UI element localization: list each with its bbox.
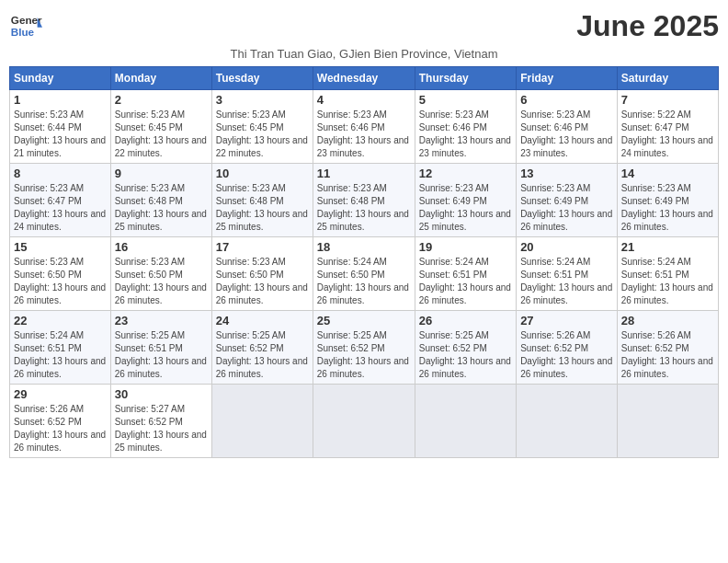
day-detail: Sunrise: 5:24 AMSunset: 6:51 PMDaylight:…	[520, 256, 613, 307]
calendar-cell: 21Sunrise: 5:24 AMSunset: 6:51 PMDayligh…	[617, 237, 718, 311]
calendar-cell: 28Sunrise: 5:26 AMSunset: 6:52 PMDayligh…	[617, 311, 718, 385]
day-detail: Sunrise: 5:23 AMSunset: 6:46 PMDaylight:…	[317, 109, 411, 160]
day-number: 24	[216, 314, 309, 327]
day-detail: Sunrise: 5:27 AMSunset: 6:52 PMDaylight:…	[115, 403, 208, 454]
day-number: 1	[14, 93, 107, 107]
calendar-cell: 23Sunrise: 5:25 AMSunset: 6:51 PMDayligh…	[110, 311, 211, 385]
day-detail: Sunrise: 5:24 AMSunset: 6:51 PMDaylight:…	[621, 256, 714, 307]
calendar-cell: 10Sunrise: 5:23 AMSunset: 6:48 PMDayligh…	[211, 164, 313, 237]
week-row-3: 15Sunrise: 5:23 AMSunset: 6:50 PMDayligh…	[10, 237, 719, 311]
calendar-cell: 18Sunrise: 5:24 AMSunset: 6:50 PMDayligh…	[313, 237, 415, 311]
day-detail: Sunrise: 5:23 AMSunset: 6:48 PMDaylight:…	[317, 182, 411, 234]
day-detail: Sunrise: 5:25 AMSunset: 6:52 PMDaylight:…	[317, 329, 411, 381]
calendar-cell: 9Sunrise: 5:23 AMSunset: 6:48 PMDaylight…	[110, 164, 211, 237]
col-header-sunday: Sunday	[10, 67, 111, 90]
col-header-monday: Monday	[110, 67, 211, 90]
day-number: 18	[317, 240, 411, 254]
col-header-friday: Friday	[517, 67, 618, 90]
day-detail: Sunrise: 5:23 AMSunset: 6:45 PMDaylight:…	[115, 109, 208, 160]
day-detail: Sunrise: 5:23 AMSunset: 6:45 PMDaylight:…	[216, 109, 309, 160]
calendar-cell: 29Sunrise: 5:26 AMSunset: 6:52 PMDayligh…	[10, 385, 111, 458]
day-number: 9	[115, 167, 208, 180]
calendar-cell: 20Sunrise: 5:24 AMSunset: 6:51 PMDayligh…	[517, 237, 618, 311]
calendar-cell: 3Sunrise: 5:23 AMSunset: 6:45 PMDaylight…	[211, 90, 313, 164]
week-row-1: 1Sunrise: 5:23 AMSunset: 6:44 PMDaylight…	[10, 90, 719, 164]
calendar-cell	[617, 385, 718, 458]
day-detail: Sunrise: 5:23 AMSunset: 6:46 PMDaylight:…	[520, 109, 613, 160]
week-row-5: 29Sunrise: 5:26 AMSunset: 6:52 PMDayligh…	[10, 385, 719, 458]
day-detail: Sunrise: 5:23 AMSunset: 6:48 PMDaylight:…	[115, 182, 208, 234]
day-number: 11	[317, 167, 411, 180]
day-detail: Sunrise: 5:23 AMSunset: 6:49 PMDaylight:…	[621, 182, 714, 234]
week-row-2: 8Sunrise: 5:23 AMSunset: 6:47 PMDaylight…	[10, 164, 719, 237]
day-detail: Sunrise: 5:23 AMSunset: 6:50 PMDaylight:…	[115, 256, 208, 307]
logo: General Blue	[9, 9, 46, 42]
calendar-cell	[415, 385, 516, 458]
day-detail: Sunrise: 5:25 AMSunset: 6:51 PMDaylight:…	[115, 329, 208, 381]
svg-text:Blue: Blue	[11, 26, 35, 38]
calendar-cell: 19Sunrise: 5:24 AMSunset: 6:51 PMDayligh…	[415, 237, 516, 311]
calendar-cell: 30Sunrise: 5:27 AMSunset: 6:52 PMDayligh…	[110, 385, 211, 458]
day-detail: Sunrise: 5:23 AMSunset: 6:49 PMDaylight:…	[520, 182, 613, 234]
calendar-cell: 12Sunrise: 5:23 AMSunset: 6:49 PMDayligh…	[415, 164, 516, 237]
day-number: 20	[520, 240, 613, 254]
day-number: 7	[621, 93, 714, 107]
day-number: 4	[317, 93, 411, 107]
calendar-cell: 2Sunrise: 5:23 AMSunset: 6:45 PMDaylight…	[110, 90, 211, 164]
day-number: 8	[14, 167, 107, 180]
calendar-cell	[313, 385, 415, 458]
calendar-cell: 8Sunrise: 5:23 AMSunset: 6:47 PMDaylight…	[10, 164, 111, 237]
calendar-cell: 13Sunrise: 5:23 AMSunset: 6:49 PMDayligh…	[517, 164, 618, 237]
calendar-cell: 27Sunrise: 5:26 AMSunset: 6:52 PMDayligh…	[517, 311, 618, 385]
calendar-cell: 17Sunrise: 5:23 AMSunset: 6:50 PMDayligh…	[211, 237, 313, 311]
day-number: 26	[419, 314, 512, 327]
day-detail: Sunrise: 5:25 AMSunset: 6:52 PMDaylight:…	[419, 329, 512, 381]
day-number: 16	[115, 240, 208, 254]
col-header-wednesday: Wednesday	[313, 67, 415, 90]
day-number: 5	[419, 93, 512, 107]
col-header-tuesday: Tuesday	[211, 67, 313, 90]
calendar-cell: 24Sunrise: 5:25 AMSunset: 6:52 PMDayligh…	[211, 311, 313, 385]
week-row-4: 22Sunrise: 5:24 AMSunset: 6:51 PMDayligh…	[10, 311, 719, 385]
logo-icon: General Blue	[9, 9, 42, 42]
day-number: 10	[216, 167, 309, 180]
day-number: 22	[14, 314, 107, 327]
day-number: 6	[520, 93, 613, 107]
calendar-cell	[211, 385, 313, 458]
day-detail: Sunrise: 5:23 AMSunset: 6:46 PMDaylight:…	[419, 109, 512, 160]
day-number: 23	[115, 314, 208, 327]
calendar-cell: 25Sunrise: 5:25 AMSunset: 6:52 PMDayligh…	[313, 311, 415, 385]
day-number: 17	[216, 240, 309, 254]
day-number: 25	[317, 314, 411, 327]
day-detail: Sunrise: 5:23 AMSunset: 6:47 PMDaylight:…	[14, 182, 107, 234]
day-number: 28	[621, 314, 714, 327]
calendar-cell	[517, 385, 618, 458]
day-number: 29	[14, 387, 107, 401]
calendar-cell: 1Sunrise: 5:23 AMSunset: 6:44 PMDaylight…	[10, 90, 111, 164]
calendar-cell: 6Sunrise: 5:23 AMSunset: 6:46 PMDaylight…	[517, 90, 618, 164]
calendar-cell: 22Sunrise: 5:24 AMSunset: 6:51 PMDayligh…	[10, 311, 111, 385]
day-detail: Sunrise: 5:23 AMSunset: 6:49 PMDaylight:…	[419, 182, 512, 234]
day-number: 3	[216, 93, 309, 107]
day-number: 27	[520, 314, 613, 327]
day-number: 30	[115, 387, 208, 401]
day-number: 13	[520, 167, 613, 180]
month-title: June 2025	[576, 9, 719, 43]
day-detail: Sunrise: 5:23 AMSunset: 6:48 PMDaylight:…	[216, 182, 309, 234]
calendar-cell: 7Sunrise: 5:22 AMSunset: 6:47 PMDaylight…	[617, 90, 718, 164]
calendar-header-row: SundayMondayTuesdayWednesdayThursdayFrid…	[10, 67, 719, 90]
calendar-cell: 26Sunrise: 5:25 AMSunset: 6:52 PMDayligh…	[415, 311, 516, 385]
page-header: General Blue June 2025	[9, 9, 719, 43]
day-detail: Sunrise: 5:25 AMSunset: 6:52 PMDaylight:…	[216, 329, 309, 381]
calendar-cell: 11Sunrise: 5:23 AMSunset: 6:48 PMDayligh…	[313, 164, 415, 237]
calendar-cell: 14Sunrise: 5:23 AMSunset: 6:49 PMDayligh…	[617, 164, 718, 237]
day-detail: Sunrise: 5:26 AMSunset: 6:52 PMDaylight:…	[520, 329, 613, 381]
day-number: 19	[419, 240, 512, 254]
calendar-table: SundayMondayTuesdayWednesdayThursdayFrid…	[9, 66, 719, 458]
day-detail: Sunrise: 5:26 AMSunset: 6:52 PMDaylight:…	[621, 329, 714, 381]
calendar-cell: 16Sunrise: 5:23 AMSunset: 6:50 PMDayligh…	[110, 237, 211, 311]
day-detail: Sunrise: 5:23 AMSunset: 6:50 PMDaylight:…	[14, 256, 107, 307]
calendar-cell: 5Sunrise: 5:23 AMSunset: 6:46 PMDaylight…	[415, 90, 516, 164]
calendar-body: 1Sunrise: 5:23 AMSunset: 6:44 PMDaylight…	[10, 90, 719, 458]
calendar-cell: 15Sunrise: 5:23 AMSunset: 6:50 PMDayligh…	[10, 237, 111, 311]
